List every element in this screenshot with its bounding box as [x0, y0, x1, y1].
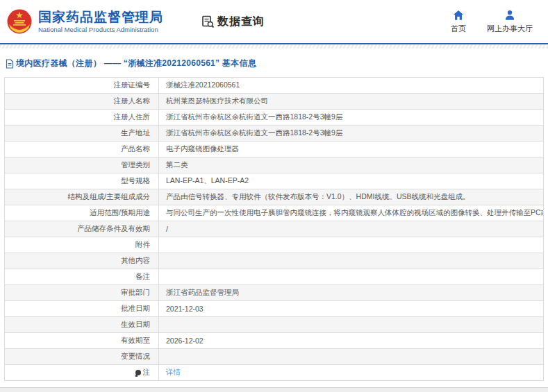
- row-label: 其他内容: [5, 253, 159, 269]
- page: 国家药品监督管理局 National Medical Products Admi…: [0, 0, 548, 392]
- footer-strip: [0, 387, 548, 392]
- row-label: 批准日期: [5, 301, 159, 317]
- data-query-title: 数据查询: [201, 15, 265, 29]
- breadcrumb: 境内医疗器械（注册） —— “浙械注准20212060561” 基本信息: [0, 49, 548, 77]
- table-row: 型号规格LAN-EP-A1、LAN-EP-A2: [5, 173, 544, 189]
- document-icon: [6, 59, 14, 69]
- row-label: 变更情况: [5, 349, 159, 365]
- table-row: 注册证编号浙械注准20212060561: [5, 78, 544, 94]
- row-value: 电子内窥镜图像处理器: [159, 142, 544, 157]
- nav-home[interactable]: 首页: [451, 9, 466, 34]
- table-row: 有效期至2026-12-02: [5, 333, 544, 349]
- row-value: [159, 237, 544, 253]
- row-label: 生效日期: [5, 317, 159, 333]
- row-value: [159, 349, 544, 365]
- table-row: 注册人住所浙江省杭州市余杭区余杭街道文一西路1818-2号3幢9层: [5, 110, 544, 126]
- table-row: 附件: [5, 237, 544, 253]
- row-label: 型号规格: [5, 173, 159, 189]
- note-pin-icon: [135, 370, 141, 375]
- row-label: 产品名称: [5, 142, 159, 157]
- table-row: 结构及组成/主要组成成分产品由信号转换器、专用软件（软件发布版本号：V1.0）、…: [5, 189, 544, 205]
- row-label: 注册证编号: [5, 78, 159, 94]
- brand[interactable]: 国家药品监督管理局 National Medical Products Admi…: [6, 8, 163, 35]
- table-row: 审批部门浙江省药品监督管理局: [5, 285, 544, 301]
- national-emblem-logo: [6, 8, 33, 35]
- breadcrumb-text: 境内医疗器械（注册） —— “浙械注准20212060561” 基本信息: [16, 58, 256, 69]
- brand-text: 国家药品监督管理局 National Medical Products Admi…: [38, 10, 163, 34]
- row-label: 结构及组成/主要组成成分: [5, 189, 159, 205]
- row-value: LAN-EP-A1、LAN-EP-A2: [159, 173, 544, 189]
- row-value: 浙江省杭州市余杭区余杭街道文一西路1818-2号3幢9层: [159, 126, 544, 142]
- row-value: 浙江省杭州市余杭区余杭街道文一西路1818-2号3幢9层: [159, 110, 544, 126]
- row-label: 注册人名称: [5, 94, 159, 110]
- row-label: 审批部门: [5, 285, 159, 301]
- agency-name-en: National Medical Products Administration: [38, 26, 163, 33]
- row-label: 适用范围/预期用途: [5, 205, 159, 221]
- row-value: 详情: [159, 365, 544, 381]
- table-row: 适用范围/预期用途与同公司生产的一次性使用电子胰胆管内窥镜连接，将内窥镜观察人体…: [5, 205, 544, 221]
- info-table-body: 注册证编号浙械注准20212060561注册人名称杭州莱恩瑟特医疗技术有限公司注…: [5, 78, 544, 381]
- row-value: [159, 317, 544, 333]
- table-row: 备注: [5, 269, 544, 285]
- table-row: 生产地址浙江省杭州市余杭区余杭街道文一西路1818-2号3幢9层: [5, 126, 544, 142]
- row-label: 管理类别: [5, 157, 159, 173]
- nav-service-hall-label: 网上办事大厅: [487, 24, 533, 34]
- row-value: /: [159, 221, 544, 237]
- nav-service-hall[interactable]: 网上办事大厅: [487, 9, 533, 34]
- row-value: 产品由信号转换器、专用软件（软件发布版本号：V1.0）、HDMI线缆、USB线缆…: [159, 189, 544, 205]
- table-row: 批准日期2021-12-03: [5, 301, 544, 317]
- info-table: 注册证编号浙械注准20212060561注册人名称杭州莱恩瑟特医疗技术有限公司注…: [4, 77, 544, 381]
- table-row: 注册人名称杭州莱恩瑟特医疗技术有限公司: [5, 94, 544, 110]
- row-value: 2021-12-03: [159, 301, 544, 317]
- row-label: 有效期至: [5, 333, 159, 349]
- doc-magnifier-icon: [201, 15, 215, 28]
- user-icon: [504, 9, 516, 22]
- nav-home-label: 首页: [451, 24, 466, 34]
- table-row: 产品储存条件及有效期/: [5, 221, 544, 237]
- agency-name-cn: 国家药品监督管理局: [38, 10, 163, 25]
- row-value: 与同公司生产的一次性使用电子胰胆管内窥镜连接，将内窥镜观察人体体腔的视场区域的图…: [159, 205, 544, 221]
- table-row: 生效日期: [5, 317, 544, 333]
- row-label: 注册人住所: [5, 110, 159, 126]
- table-row: 产品名称电子内窥镜图像处理器: [5, 142, 544, 157]
- table-row: 管理类别第二类: [5, 157, 544, 173]
- detail-link[interactable]: 详情: [166, 368, 181, 376]
- row-value: 浙江省药品监督管理局: [159, 285, 544, 301]
- table-row: 变更情况: [5, 349, 544, 365]
- site-header: 国家药品监督管理局 National Medical Products Admi…: [0, 0, 548, 43]
- row-value: 浙械注准20212060561: [159, 78, 544, 94]
- table-row: 其他内容: [5, 253, 544, 269]
- row-value: 2026-12-02: [159, 333, 544, 349]
- row-label: 备注: [5, 269, 159, 285]
- row-label: 注: [5, 365, 159, 381]
- row-value: [159, 253, 544, 269]
- row-value: 第二类: [159, 157, 544, 173]
- home-icon: [452, 9, 465, 22]
- row-value: 杭州莱恩瑟特医疗技术有限公司: [159, 94, 544, 110]
- row-label: 附件: [5, 237, 159, 253]
- row-label: 生产地址: [5, 126, 159, 142]
- row-value: [159, 269, 544, 285]
- row-label: 产品储存条件及有效期: [5, 221, 159, 237]
- table-row: 注详情: [5, 365, 544, 381]
- header-nav: 首页 网上办事大厅: [451, 9, 533, 34]
- data-query-label: 数据查询: [217, 15, 265, 29]
